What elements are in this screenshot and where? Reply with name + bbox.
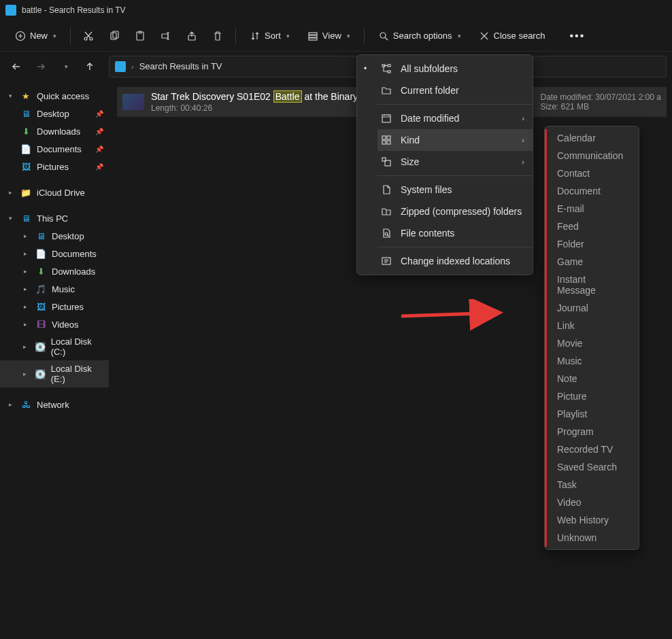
new-button[interactable]: New ▾ xyxy=(8,27,63,46)
kind-option[interactable]: Video xyxy=(545,494,639,511)
sidebar-item-disk-c[interactable]: ▸💽Local Disk (C:) xyxy=(0,333,109,360)
sidebar-item-videos[interactable]: ▸🎞Videos xyxy=(0,315,109,333)
sidebar-network[interactable]: ▸ 🖧 Network xyxy=(0,396,109,413)
sidebar-this-pc[interactable]: ▾ 🖥 This PC xyxy=(0,209,109,227)
chevron-right-icon: ▸ xyxy=(20,321,30,328)
kind-option[interactable]: Music xyxy=(545,352,639,370)
paste-button[interactable] xyxy=(129,27,151,46)
chevron-right-icon: ▸ xyxy=(5,189,15,196)
kind-option[interactable]: E-mail xyxy=(545,200,639,218)
plus-icon xyxy=(15,31,26,41)
kind-label: Folder xyxy=(557,239,584,249)
menu-size[interactable]: Size › xyxy=(377,151,533,173)
chevron-right-icon: ▸ xyxy=(20,343,29,350)
kind-option[interactable]: Contact xyxy=(545,165,639,182)
svg-point-23 xyxy=(385,232,388,235)
more-button[interactable]: ••• xyxy=(564,26,590,46)
sidebar-label: Pictures xyxy=(37,162,69,172)
menu-change-indexed[interactable]: Change indexed locations xyxy=(377,250,533,272)
kind-option[interactable]: Folder xyxy=(545,235,639,253)
svg-rect-15 xyxy=(388,71,390,73)
copy-button[interactable] xyxy=(103,27,125,46)
up-button[interactable] xyxy=(79,56,101,77)
sidebar-item-downloads[interactable]: ▸⬇Downloads xyxy=(0,262,109,280)
share-button[interactable] xyxy=(181,27,203,46)
kind-option[interactable]: Feed xyxy=(545,218,639,235)
chevron-right-icon: ▸ xyxy=(20,232,30,239)
sidebar-item-desktop[interactable]: ▸🖥Desktop xyxy=(0,227,109,245)
kind-option[interactable]: Unknown xyxy=(545,529,639,547)
delete-button[interactable] xyxy=(207,27,229,46)
close-search-label: Close search xyxy=(494,31,545,41)
breadcrumb-location[interactable]: Search Results in TV xyxy=(139,61,222,71)
sidebar-item-documents[interactable]: 📄Documents📌 xyxy=(0,140,109,158)
kind-option[interactable]: Game xyxy=(545,253,639,271)
kind-option[interactable]: Web History xyxy=(545,511,639,529)
kind-option[interactable]: Program xyxy=(545,423,639,441)
sidebar-label: Documents xyxy=(37,144,82,154)
kind-option[interactable]: Calendar xyxy=(545,129,639,147)
sidebar-label: Videos xyxy=(52,320,79,330)
kind-option[interactable]: Link xyxy=(545,317,639,334)
sidebar-label: Downloads xyxy=(37,126,80,137)
sidebar-item-pictures[interactable]: 🖼Pictures📌 xyxy=(0,158,109,175)
sidebar-item-documents[interactable]: ▸📄Documents xyxy=(0,245,109,262)
rename-button[interactable] xyxy=(155,27,177,46)
back-button[interactable] xyxy=(5,56,27,77)
scissors-icon xyxy=(83,31,94,41)
document-icon: 📄 xyxy=(35,248,46,259)
forward-button[interactable] xyxy=(30,56,52,77)
sort-button[interactable]: Sort ▾ xyxy=(243,27,297,46)
recent-dropdown[interactable]: ▾ xyxy=(54,56,76,77)
cut-button[interactable] xyxy=(78,27,99,46)
kind-option[interactable]: Journal xyxy=(545,299,639,317)
sidebar-item-music[interactable]: ▸🎵Music xyxy=(0,280,109,298)
kind-option[interactable]: Communication xyxy=(545,147,639,165)
search-options-button[interactable]: Search options ▾ xyxy=(371,27,468,46)
chevron-right-icon: ▸ xyxy=(20,250,30,257)
menu-zipped-folders[interactable]: Zipped (compressed) folders xyxy=(377,201,533,222)
kind-label: Unknown xyxy=(557,532,597,543)
sidebar-item-disk-e[interactable]: ▸💽Local Disk (E:) xyxy=(0,360,109,387)
sidebar-item-pictures[interactable]: ▸🖼Pictures xyxy=(0,298,109,315)
sidebar: ▾ ★ Quick access 🖥Desktop📌 ⬇Downloads📌 📄… xyxy=(0,82,109,639)
navbar: ▾ › Search Results in TV xyxy=(0,52,672,82)
chevron-down-icon: ▾ xyxy=(5,92,15,99)
date-value: 30/07/2021 2:00 a xyxy=(595,92,661,102)
kind-label: Video xyxy=(557,497,582,508)
chevron-down-icon: ▾ xyxy=(286,33,290,39)
sidebar-item-desktop[interactable]: 🖥Desktop📌 xyxy=(0,105,109,122)
menu-date-modified[interactable]: Date modified › xyxy=(377,107,533,129)
menu-file-contents[interactable]: File contents xyxy=(377,222,533,244)
pin-icon: 📌 xyxy=(95,163,103,171)
kind-option[interactable]: Movie xyxy=(545,334,639,352)
kind-option[interactable]: Picture xyxy=(545,387,639,405)
close-search-button[interactable]: Close search xyxy=(472,27,552,46)
picture-icon: 🖼 xyxy=(20,161,31,172)
menu-system-files[interactable]: System files xyxy=(377,179,533,201)
menu-all-subfolders[interactable]: • All subfolders xyxy=(377,58,533,80)
kind-option[interactable]: Playlist xyxy=(545,405,639,423)
size-value: 621 MB xyxy=(561,102,589,111)
view-button[interactable]: View ▾ xyxy=(301,27,357,46)
kind-option[interactable]: Recorded TV xyxy=(545,441,639,458)
dots-icon: ••• xyxy=(569,30,585,42)
kind-option[interactable]: Task xyxy=(545,476,639,494)
chevron-down-icon: ▾ xyxy=(347,33,350,39)
kind-label: Recorded TV xyxy=(557,444,613,455)
sidebar-item-downloads[interactable]: ⬇Downloads📌 xyxy=(0,122,109,140)
kind-label: Movie xyxy=(557,338,582,349)
menu-label: Current folder xyxy=(401,85,459,96)
search-file-icon xyxy=(380,227,392,239)
kind-label: Document xyxy=(557,186,601,196)
menu-kind[interactable]: Kind › xyxy=(377,129,533,151)
sidebar-quick-access[interactable]: ▾ ★ Quick access xyxy=(0,87,109,105)
kind-option[interactable]: Instant Message xyxy=(545,271,639,299)
toolbar: New ▾ Sort ▾ View ▾ Search options ▾ Clo… xyxy=(0,20,672,52)
sidebar-icloud[interactable]: ▸ 📁 iCloud Drive xyxy=(0,184,109,201)
kind-label: Communication xyxy=(557,150,623,161)
kind-option[interactable]: Saved Search xyxy=(545,458,639,476)
kind-option[interactable]: Document xyxy=(545,182,639,200)
kind-option[interactable]: Note xyxy=(545,370,639,387)
menu-current-folder[interactable]: Current folder xyxy=(377,80,533,101)
